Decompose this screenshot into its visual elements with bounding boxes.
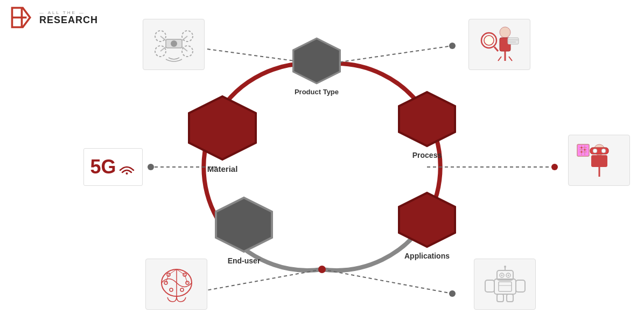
svg-point-97 <box>507 275 509 276</box>
process-label: Process <box>412 151 442 159</box>
researcher-svg <box>475 24 524 65</box>
material-hex <box>185 94 260 162</box>
svg-point-53 <box>500 27 510 38</box>
svg-line-56 <box>498 57 501 61</box>
svg-point-86 <box>170 288 173 291</box>
ai-brain-svg <box>152 264 201 304</box>
svg-rect-61 <box>508 38 519 44</box>
svg-point-59 <box>484 36 494 45</box>
drone-image <box>143 19 205 70</box>
material-node: Material <box>185 94 260 173</box>
svg-point-87 <box>180 288 184 291</box>
dot-bottom <box>318 266 326 273</box>
svg-point-96 <box>501 275 502 276</box>
svg-line-57 <box>509 57 512 61</box>
dot-robot <box>449 290 456 297</box>
svg-marker-3 <box>293 38 340 83</box>
svg-rect-102 <box>507 294 513 302</box>
vr-engineer-image <box>568 135 630 186</box>
end-user-node: End-user <box>212 196 276 265</box>
svg-point-78 <box>580 151 582 153</box>
process-node: Process <box>395 90 459 159</box>
product-type-hex <box>290 37 344 85</box>
svg-rect-100 <box>516 280 525 292</box>
dashed-enduser-left <box>188 269 322 294</box>
svg-rect-99 <box>485 280 494 292</box>
svg-rect-92 <box>494 279 516 294</box>
applications-hex <box>395 191 459 249</box>
svg-marker-35 <box>189 96 256 159</box>
wifi-icon <box>117 159 136 175</box>
researcher-image <box>468 19 530 70</box>
5g-text: 5G <box>90 156 116 178</box>
svg-point-68 <box>601 149 606 153</box>
robot-svg <box>481 264 529 304</box>
svg-rect-65 <box>591 155 607 167</box>
svg-marker-33 <box>216 198 272 252</box>
svg-line-60 <box>494 47 498 51</box>
svg-marker-19 <box>399 193 455 247</box>
end-user-label: End-user <box>228 256 261 265</box>
drone-svg <box>150 24 198 65</box>
dot-researcher <box>449 43 456 49</box>
svg-point-77 <box>584 149 585 151</box>
product-type-label: Product Type <box>295 88 339 96</box>
svg-point-52 <box>171 40 177 47</box>
applications-label: Applications <box>404 252 450 260</box>
svg-point-106 <box>504 266 506 268</box>
robot-image <box>474 259 536 310</box>
product-type-node: Product Type <box>290 37 344 96</box>
end-user-hex <box>212 196 276 254</box>
svg-point-67 <box>593 149 597 153</box>
applications-node: Applications <box>395 191 459 260</box>
dashed-applications-right <box>322 269 452 294</box>
material-label: Material <box>207 164 238 173</box>
ai-brain-image <box>145 259 207 310</box>
svg-rect-101 <box>497 294 503 302</box>
process-hex <box>395 90 459 148</box>
5g-label: 5G <box>83 148 143 186</box>
svg-line-48 <box>160 36 166 40</box>
svg-point-76 <box>580 147 582 149</box>
svg-marker-7 <box>399 92 455 146</box>
svg-point-79 <box>125 172 128 175</box>
dot-5g <box>148 164 154 170</box>
svg-rect-103 <box>499 282 512 291</box>
svg-rect-70 <box>577 144 589 156</box>
vr-svg <box>575 140 624 180</box>
dot-vr <box>551 164 558 170</box>
svg-line-49 <box>182 36 187 40</box>
